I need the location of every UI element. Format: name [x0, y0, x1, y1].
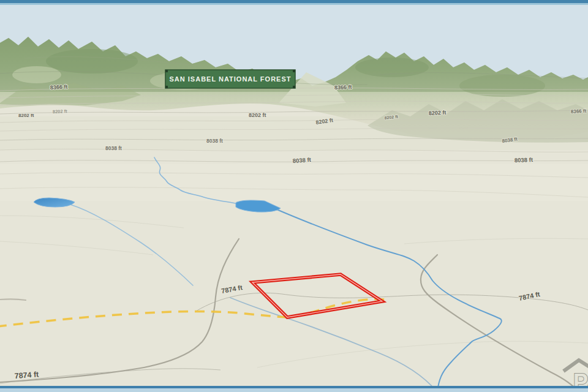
forest-label-corner	[165, 86, 168, 88]
elevation-label: 8202 ft	[249, 112, 266, 118]
elevation-label: 8366 ft	[334, 84, 352, 91]
terrain-band	[0, 164, 588, 201]
map-canvas: 8366 ft 8366 ft 8366 ft 8202 ft 8202 ft …	[0, 0, 588, 392]
forest-label-text: SAN ISABEL NATIONAL FOREST	[170, 75, 292, 83]
sky-top-bar-light	[0, 3, 588, 5]
mountain-forest-patch	[459, 75, 545, 97]
elevation-label: 7874 ft	[14, 370, 39, 380]
forest-label[interactable]: SAN ISABEL NATIONAL FOREST	[165, 70, 295, 88]
elevation-label: 8038 ft	[206, 138, 223, 144]
sky-top-bar	[0, 0, 588, 3]
elevation-label: 8202 ft	[53, 108, 68, 115]
mountain-light-slope	[12, 66, 61, 83]
forest-label-corner	[293, 86, 295, 88]
bottom-bar-dark	[0, 386, 588, 388]
mountain-forest-patch	[46, 49, 138, 74]
forest-label-corner	[165, 70, 168, 72]
elevation-label: 8038 ft	[514, 156, 533, 164]
elevation-label: 8202 ft	[429, 110, 447, 116]
elevation-label: 8366 ft	[50, 84, 68, 91]
forest-label-corner	[293, 70, 295, 72]
elevation-label: 8038 ft	[105, 145, 122, 151]
terrain-map-viewport[interactable]: 8366 ft 8366 ft 8366 ft 8202 ft 8202 ft …	[0, 0, 588, 392]
elevation-label: 8202 ft	[18, 113, 34, 118]
bottom-bar-light	[0, 388, 588, 392]
elevation-label: 8366 ft	[571, 108, 587, 115]
elevation-label: 8038 ft	[292, 156, 312, 164]
mountain-forest-patch	[355, 58, 429, 77]
